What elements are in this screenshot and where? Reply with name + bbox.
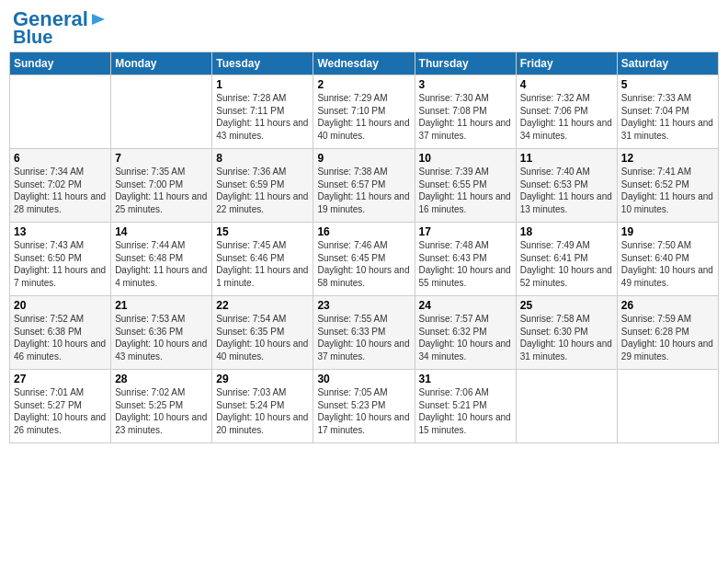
- day-info: Sunrise: 7:52 AM Sunset: 6:38 PM Dayligh…: [14, 313, 107, 362]
- day-number: 15: [216, 225, 309, 238]
- col-header-saturday: Saturday: [617, 52, 718, 75]
- day-number: 20: [14, 299, 107, 312]
- calendar-cell: 15Sunrise: 7:45 AM Sunset: 6:46 PM Dayli…: [212, 223, 313, 296]
- calendar-cell: 26Sunrise: 7:59 AM Sunset: 6:28 PM Dayli…: [617, 296, 718, 370]
- calendar-cell: 16Sunrise: 7:46 AM Sunset: 6:45 PM Dayli…: [313, 223, 415, 296]
- day-number: 21: [115, 299, 208, 312]
- calendar-cell: [516, 370, 617, 443]
- day-info: Sunrise: 7:39 AM Sunset: 6:55 PM Dayligh…: [419, 166, 512, 215]
- day-number: 14: [115, 225, 208, 238]
- day-number: 29: [216, 373, 309, 385]
- logo: General Blue: [13, 9, 107, 46]
- day-number: 26: [621, 299, 714, 312]
- day-info: Sunrise: 7:32 AM Sunset: 7:06 PM Dayligh…: [520, 92, 613, 142]
- day-number: 4: [520, 78, 613, 91]
- calendar-cell: 30Sunrise: 7:05 AM Sunset: 5:23 PM Dayli…: [313, 370, 415, 443]
- calendar-cell: 21Sunrise: 7:53 AM Sunset: 6:36 PM Dayli…: [111, 296, 212, 370]
- calendar-cell: [617, 370, 718, 443]
- day-number: 24: [419, 299, 512, 312]
- day-number: 2: [317, 78, 410, 91]
- day-info: Sunrise: 7:44 AM Sunset: 6:48 PM Dayligh…: [115, 239, 208, 289]
- calendar-cell: 24Sunrise: 7:57 AM Sunset: 6:32 PM Dayli…: [415, 296, 516, 370]
- day-info: Sunrise: 7:48 AM Sunset: 6:43 PM Dayligh…: [419, 239, 512, 289]
- day-number: 1: [216, 78, 309, 91]
- day-number: 31: [419, 373, 512, 385]
- calendar-cell: 6Sunrise: 7:34 AM Sunset: 7:02 PM Daylig…: [10, 149, 111, 223]
- day-number: 12: [621, 152, 714, 165]
- col-header-friday: Friday: [516, 52, 617, 75]
- calendar-cell: [10, 75, 111, 149]
- day-info: Sunrise: 7:03 AM Sunset: 5:24 PM Dayligh…: [216, 386, 309, 436]
- day-info: Sunrise: 7:55 AM Sunset: 6:33 PM Dayligh…: [317, 313, 410, 362]
- calendar-cell: 28Sunrise: 7:02 AM Sunset: 5:25 PM Dayli…: [111, 370, 212, 443]
- day-number: 27: [14, 373, 107, 385]
- day-info: Sunrise: 7:06 AM Sunset: 5:21 PM Dayligh…: [419, 386, 512, 436]
- day-info: Sunrise: 7:38 AM Sunset: 6:57 PM Dayligh…: [317, 166, 410, 215]
- day-number: 5: [621, 78, 714, 91]
- day-info: Sunrise: 7:54 AM Sunset: 6:35 PM Dayligh…: [216, 313, 309, 362]
- day-info: Sunrise: 7:45 AM Sunset: 6:46 PM Dayligh…: [216, 239, 309, 289]
- calendar-cell: 8Sunrise: 7:36 AM Sunset: 6:59 PM Daylig…: [212, 149, 313, 223]
- day-number: 18: [520, 225, 613, 238]
- day-info: Sunrise: 7:58 AM Sunset: 6:30 PM Dayligh…: [520, 313, 613, 362]
- calendar-cell: 20Sunrise: 7:52 AM Sunset: 6:38 PM Dayli…: [10, 296, 111, 370]
- calendar-table: SundayMondayTuesdayWednesdayThursdayFrid…: [9, 52, 719, 443]
- day-number: 7: [115, 152, 208, 165]
- day-number: 6: [14, 152, 107, 165]
- day-info: Sunrise: 7:46 AM Sunset: 6:45 PM Dayligh…: [317, 239, 410, 289]
- day-number: 23: [317, 299, 410, 312]
- calendar-cell: 19Sunrise: 7:50 AM Sunset: 6:40 PM Dayli…: [617, 223, 718, 296]
- calendar-cell: 13Sunrise: 7:43 AM Sunset: 6:50 PM Dayli…: [10, 223, 111, 296]
- day-number: 8: [216, 152, 309, 165]
- calendar-cell: 23Sunrise: 7:55 AM Sunset: 6:33 PM Dayli…: [313, 296, 415, 370]
- calendar-cell: 14Sunrise: 7:44 AM Sunset: 6:48 PM Dayli…: [111, 223, 212, 296]
- day-number: 13: [14, 225, 107, 238]
- day-info: Sunrise: 7:43 AM Sunset: 6:50 PM Dayligh…: [14, 239, 107, 289]
- page-header: General Blue: [9, 9, 719, 46]
- day-info: Sunrise: 7:02 AM Sunset: 5:25 PM Dayligh…: [115, 386, 208, 436]
- calendar-cell: 11Sunrise: 7:40 AM Sunset: 6:53 PM Dayli…: [516, 149, 617, 223]
- calendar-cell: 9Sunrise: 7:38 AM Sunset: 6:57 PM Daylig…: [313, 149, 415, 223]
- day-info: Sunrise: 7:30 AM Sunset: 7:08 PM Dayligh…: [419, 92, 512, 142]
- day-number: 10: [419, 152, 512, 165]
- col-header-tuesday: Tuesday: [212, 52, 313, 75]
- day-info: Sunrise: 7:29 AM Sunset: 7:10 PM Dayligh…: [317, 92, 410, 142]
- calendar-cell: [111, 75, 212, 149]
- calendar-cell: 10Sunrise: 7:39 AM Sunset: 6:55 PM Dayli…: [415, 149, 516, 223]
- logo-blue-text: Blue: [13, 28, 52, 46]
- day-number: 16: [317, 225, 410, 238]
- day-info: Sunrise: 7:01 AM Sunset: 5:27 PM Dayligh…: [14, 386, 107, 436]
- day-info: Sunrise: 7:33 AM Sunset: 7:04 PM Dayligh…: [621, 92, 714, 142]
- calendar-cell: 18Sunrise: 7:49 AM Sunset: 6:41 PM Dayli…: [516, 223, 617, 296]
- day-info: Sunrise: 7:28 AM Sunset: 7:11 PM Dayligh…: [216, 92, 309, 142]
- svg-marker-0: [92, 14, 105, 25]
- calendar-cell: 2Sunrise: 7:29 AM Sunset: 7:10 PM Daylig…: [313, 75, 415, 149]
- day-info: Sunrise: 7:34 AM Sunset: 7:02 PM Dayligh…: [14, 166, 107, 215]
- calendar-cell: 22Sunrise: 7:54 AM Sunset: 6:35 PM Dayli…: [212, 296, 313, 370]
- calendar-cell: 1Sunrise: 7:28 AM Sunset: 7:11 PM Daylig…: [212, 75, 313, 149]
- calendar-cell: 5Sunrise: 7:33 AM Sunset: 7:04 PM Daylig…: [617, 75, 718, 149]
- day-number: 3: [419, 78, 512, 91]
- day-info: Sunrise: 7:50 AM Sunset: 6:40 PM Dayligh…: [621, 239, 714, 289]
- day-number: 19: [621, 225, 714, 238]
- logo-arrow-icon: [88, 10, 107, 29]
- col-header-monday: Monday: [111, 52, 212, 75]
- day-number: 28: [115, 373, 208, 385]
- day-number: 11: [520, 152, 613, 165]
- calendar-cell: 27Sunrise: 7:01 AM Sunset: 5:27 PM Dayli…: [10, 370, 111, 443]
- col-header-wednesday: Wednesday: [313, 52, 415, 75]
- calendar-cell: 31Sunrise: 7:06 AM Sunset: 5:21 PM Dayli…: [415, 370, 516, 443]
- calendar-cell: 4Sunrise: 7:32 AM Sunset: 7:06 PM Daylig…: [516, 75, 617, 149]
- day-number: 9: [317, 152, 410, 165]
- day-number: 25: [520, 299, 613, 312]
- day-info: Sunrise: 7:35 AM Sunset: 7:00 PM Dayligh…: [115, 166, 208, 215]
- day-info: Sunrise: 7:05 AM Sunset: 5:23 PM Dayligh…: [317, 386, 410, 436]
- col-header-thursday: Thursday: [415, 52, 516, 75]
- day-number: 17: [419, 225, 512, 238]
- calendar-cell: 29Sunrise: 7:03 AM Sunset: 5:24 PM Dayli…: [212, 370, 313, 443]
- day-info: Sunrise: 7:57 AM Sunset: 6:32 PM Dayligh…: [419, 313, 512, 362]
- calendar-cell: 25Sunrise: 7:58 AM Sunset: 6:30 PM Dayli…: [516, 296, 617, 370]
- day-info: Sunrise: 7:41 AM Sunset: 6:52 PM Dayligh…: [621, 166, 714, 215]
- day-info: Sunrise: 7:36 AM Sunset: 6:59 PM Dayligh…: [216, 166, 309, 215]
- day-info: Sunrise: 7:53 AM Sunset: 6:36 PM Dayligh…: [115, 313, 208, 362]
